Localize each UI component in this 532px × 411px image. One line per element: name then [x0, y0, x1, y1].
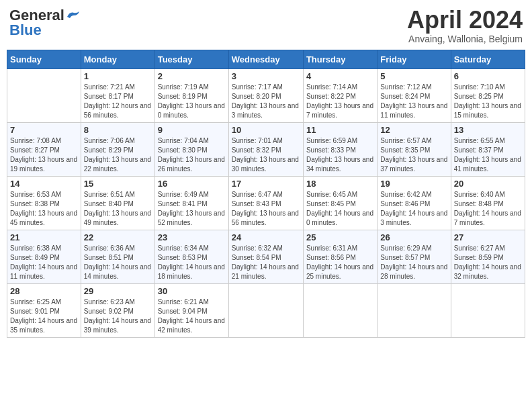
- calendar-week-3: 14Sunrise: 6:53 AMSunset: 8:38 PMDayligh…: [7, 176, 525, 230]
- day-info: Sunrise: 7:12 AMSunset: 8:24 PMDaylight:…: [380, 83, 447, 120]
- calendar-cell-w5-d5: [303, 283, 377, 337]
- calendar-cell-w3-d1: 14Sunrise: 6:53 AMSunset: 8:38 PMDayligh…: [7, 176, 81, 230]
- day-info: Sunrise: 6:47 AMSunset: 8:43 PMDaylight:…: [232, 190, 300, 228]
- calendar-cell-w5-d3: 30Sunrise: 6:21 AMSunset: 9:04 PMDayligh…: [154, 283, 228, 337]
- calendar-cell-w2-d2: 8Sunrise: 7:06 AMSunset: 8:29 PMDaylight…: [81, 122, 154, 176]
- calendar-week-1: 1Sunrise: 7:21 AMSunset: 8:17 PMDaylight…: [7, 68, 525, 122]
- header-wednesday: Wednesday: [228, 50, 303, 68]
- calendar-table: Sunday Monday Tuesday Wednesday Thursday…: [7, 50, 525, 338]
- calendar-cell-w2-d7: 13Sunrise: 6:55 AMSunset: 8:37 PMDayligh…: [451, 122, 525, 176]
- day-info: Sunrise: 6:34 AMSunset: 8:53 PMDaylight:…: [158, 244, 226, 281]
- day-number: 15: [84, 179, 152, 189]
- calendar-cell-w3-d3: 16Sunrise: 6:49 AMSunset: 8:41 PMDayligh…: [154, 176, 228, 230]
- calendar-week-5: 28Sunrise: 6:25 AMSunset: 9:01 PMDayligh…: [7, 283, 525, 337]
- calendar-cell-w1-d6: 5Sunrise: 7:12 AMSunset: 8:24 PMDaylight…: [378, 68, 451, 122]
- logo-text-blue: Blue: [9, 21, 42, 39]
- header-monday: Monday: [81, 50, 154, 68]
- calendar-cell-w3-d2: 15Sunrise: 6:51 AMSunset: 8:40 PMDayligh…: [81, 176, 154, 230]
- calendar-cell-w4-d7: 27Sunrise: 6:27 AMSunset: 8:59 PMDayligh…: [451, 230, 525, 283]
- day-info: Sunrise: 6:45 AMSunset: 8:45 PMDaylight:…: [306, 190, 374, 228]
- day-number: 23: [158, 232, 226, 242]
- day-info: Sunrise: 7:08 AMSunset: 8:27 PMDaylight:…: [10, 136, 78, 174]
- day-info: Sunrise: 6:21 AMSunset: 9:04 PMDaylight:…: [158, 298, 226, 335]
- calendar-cell-w4-d3: 23Sunrise: 6:34 AMSunset: 8:53 PMDayligh…: [154, 230, 228, 283]
- day-info: Sunrise: 7:14 AMSunset: 8:22 PMDaylight:…: [306, 83, 374, 120]
- day-info: Sunrise: 6:40 AMSunset: 8:48 PMDaylight:…: [454, 190, 522, 228]
- day-info: Sunrise: 7:21 AMSunset: 8:17 PMDaylight:…: [84, 83, 152, 120]
- day-number: 11: [306, 125, 374, 135]
- day-number: 6: [454, 71, 522, 81]
- day-number: 13: [454, 125, 522, 135]
- day-info: Sunrise: 6:55 AMSunset: 8:37 PMDaylight:…: [454, 136, 522, 174]
- calendar-cell-w2-d6: 12Sunrise: 6:57 AMSunset: 8:35 PMDayligh…: [378, 122, 451, 176]
- day-number: 30: [158, 286, 226, 296]
- day-info: Sunrise: 7:06 AMSunset: 8:29 PMDaylight:…: [84, 136, 152, 174]
- day-number: 9: [158, 125, 226, 135]
- day-info: Sunrise: 7:19 AMSunset: 8:19 PMDaylight:…: [158, 83, 226, 120]
- calendar-cell-w4-d6: 26Sunrise: 6:29 AMSunset: 8:57 PMDayligh…: [378, 230, 451, 283]
- day-number: 12: [380, 125, 447, 135]
- calendar-week-2: 7Sunrise: 7:08 AMSunset: 8:27 PMDaylight…: [7, 122, 525, 176]
- calendar-cell-w2-d3: 9Sunrise: 7:04 AMSunset: 8:30 PMDaylight…: [154, 122, 228, 176]
- day-info: Sunrise: 6:49 AMSunset: 8:41 PMDaylight:…: [158, 190, 226, 228]
- day-number: 3: [232, 71, 300, 81]
- logo: General Blue: [9, 7, 81, 39]
- day-number: 5: [380, 71, 447, 81]
- day-number: 8: [84, 125, 152, 135]
- day-number: 22: [84, 232, 152, 242]
- day-info: Sunrise: 7:04 AMSunset: 8:30 PMDaylight:…: [158, 136, 226, 174]
- calendar-cell-w2-d1: 7Sunrise: 7:08 AMSunset: 8:27 PMDaylight…: [7, 122, 81, 176]
- day-number: 10: [232, 125, 300, 135]
- day-info: Sunrise: 7:10 AMSunset: 8:25 PMDaylight:…: [454, 83, 522, 120]
- day-info: Sunrise: 6:32 AMSunset: 8:54 PMDaylight:…: [232, 244, 300, 281]
- day-info: Sunrise: 6:51 AMSunset: 8:40 PMDaylight:…: [84, 190, 152, 228]
- day-number: 20: [454, 179, 522, 189]
- calendar-cell-w3-d5: 18Sunrise: 6:45 AMSunset: 8:45 PMDayligh…: [303, 176, 377, 230]
- calendar-cell-w1-d4: 3Sunrise: 7:17 AMSunset: 8:20 PMDaylight…: [228, 68, 303, 122]
- day-info: Sunrise: 6:38 AMSunset: 8:49 PMDaylight:…: [10, 244, 78, 281]
- calendar-cell-w1-d7: 6Sunrise: 7:10 AMSunset: 8:25 PMDaylight…: [451, 68, 525, 122]
- day-number: 4: [306, 71, 374, 81]
- calendar-cell-w3-d4: 17Sunrise: 6:47 AMSunset: 8:43 PMDayligh…: [228, 176, 303, 230]
- day-info: Sunrise: 6:53 AMSunset: 8:38 PMDaylight:…: [10, 190, 78, 228]
- calendar-cell-w4-d5: 25Sunrise: 6:31 AMSunset: 8:56 PMDayligh…: [303, 230, 377, 283]
- day-info: Sunrise: 6:25 AMSunset: 9:01 PMDaylight:…: [10, 298, 78, 335]
- calendar-cell-w1-d1: [7, 68, 81, 122]
- day-number: 2: [158, 71, 226, 81]
- day-info: Sunrise: 7:17 AMSunset: 8:20 PMDaylight:…: [232, 83, 300, 120]
- day-number: 18: [306, 179, 374, 189]
- header-friday: Friday: [378, 50, 451, 68]
- day-number: 28: [10, 286, 78, 296]
- calendar-cell-w5-d1: 28Sunrise: 6:25 AMSunset: 9:01 PMDayligh…: [7, 283, 81, 337]
- day-info: Sunrise: 6:42 AMSunset: 8:46 PMDaylight:…: [380, 190, 447, 228]
- header-tuesday: Tuesday: [154, 50, 228, 68]
- month-title: April 2024: [407, 7, 523, 34]
- day-info: Sunrise: 6:59 AMSunset: 8:33 PMDaylight:…: [306, 136, 374, 174]
- day-number: 19: [380, 179, 447, 189]
- calendar-cell-w4-d2: 22Sunrise: 6:36 AMSunset: 8:51 PMDayligh…: [81, 230, 154, 283]
- page-header: General Blue April 2024 Anvaing, Walloni…: [7, 7, 525, 44]
- logo-bird-icon: [66, 10, 81, 21]
- calendar-cell-w5-d6: [378, 283, 451, 337]
- day-info: Sunrise: 6:36 AMSunset: 8:51 PMDaylight:…: [84, 244, 152, 281]
- day-info: Sunrise: 6:27 AMSunset: 8:59 PMDaylight:…: [454, 244, 522, 281]
- day-info: Sunrise: 6:57 AMSunset: 8:35 PMDaylight:…: [380, 136, 447, 174]
- header-thursday: Thursday: [303, 50, 377, 68]
- day-number: 14: [10, 179, 78, 189]
- day-number: 1: [84, 71, 152, 81]
- calendar-cell-w3-d7: 20Sunrise: 6:40 AMSunset: 8:48 PMDayligh…: [451, 176, 525, 230]
- day-number: 16: [158, 179, 226, 189]
- header-sunday: Sunday: [7, 50, 81, 68]
- day-info: Sunrise: 7:01 AMSunset: 8:32 PMDaylight:…: [232, 136, 300, 174]
- day-number: 25: [306, 232, 374, 242]
- title-block: April 2024 Anvaing, Wallonia, Belgium: [407, 7, 523, 44]
- day-info: Sunrise: 6:23 AMSunset: 9:02 PMDaylight:…: [84, 298, 152, 335]
- calendar-cell-w2-d4: 10Sunrise: 7:01 AMSunset: 8:32 PMDayligh…: [228, 122, 303, 176]
- header-saturday: Saturday: [451, 50, 525, 68]
- day-number: 26: [380, 232, 447, 242]
- calendar-cell-w4-d1: 21Sunrise: 6:38 AMSunset: 8:49 PMDayligh…: [7, 230, 81, 283]
- calendar-cell-w3-d6: 19Sunrise: 6:42 AMSunset: 8:46 PMDayligh…: [378, 176, 451, 230]
- calendar-cell-w5-d2: 29Sunrise: 6:23 AMSunset: 9:02 PMDayligh…: [81, 283, 154, 337]
- day-info: Sunrise: 6:31 AMSunset: 8:56 PMDaylight:…: [306, 244, 374, 281]
- day-number: 27: [454, 232, 522, 242]
